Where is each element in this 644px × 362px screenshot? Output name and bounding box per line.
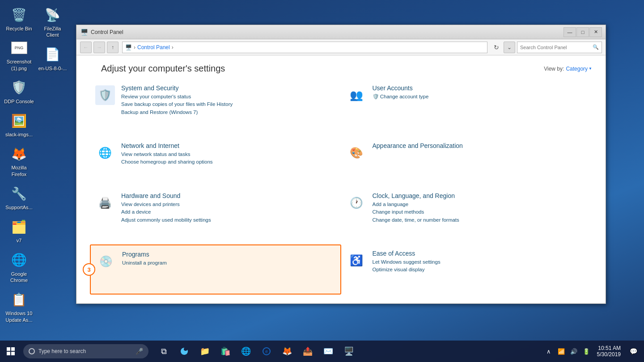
desktop-icon-recycle-bin[interactable]: 🗑️ Recycle Bin <box>2 2 36 35</box>
desktop-icon-support[interactable]: 🔧 SupportAs... <box>2 181 36 214</box>
hardware-link-1[interactable]: View devices and printers <box>121 201 337 208</box>
close-button[interactable]: ✕ <box>589 27 602 37</box>
window-icon: 🖥️ <box>80 28 88 36</box>
desktop-icon-mozilla[interactable]: 🦊 Mozilla Firefox <box>2 141 36 181</box>
network-link-1[interactable]: View network status and tasks <box>121 151 337 158</box>
clock-link-3[interactable]: Change date, time, or number formats <box>373 216 588 224</box>
search-icon: 🔍 <box>593 44 599 50</box>
refresh-button[interactable]: ↻ <box>491 42 502 53</box>
clock-date: 5/30/2019 <box>597 351 621 358</box>
hardware-link-3[interactable]: Adjust commonly used mobility settings <box>121 216 337 224</box>
winscp-button[interactable]: 📤 <box>298 341 318 362</box>
screenshot-label: Screenshot (1).png <box>4 59 34 72</box>
svg-rect-9 <box>7 347 10 351</box>
view-by-value[interactable]: Category <box>566 66 592 72</box>
svg-text:🌐: 🌐 <box>98 146 112 159</box>
search-bar[interactable]: 🔍 <box>517 42 602 53</box>
svg-text:e: e <box>265 349 268 354</box>
minimize-button[interactable]: — <box>564 27 576 37</box>
up-button[interactable]: ↑ <box>107 42 119 53</box>
volume-icon[interactable]: 🔊 <box>568 341 579 362</box>
support-label: SupportAs... <box>5 204 33 210</box>
appearance-name[interactable]: Appearance and Personalization <box>373 142 588 149</box>
ease-text: Ease of Access Let Windows suggest setti… <box>373 250 588 274</box>
desktop-icon-screenshot[interactable]: PNG Screenshot (1).png <box>2 35 36 75</box>
desktop-icon-chrome[interactable]: 🌐 Google Chrome <box>2 248 36 287</box>
ease-name[interactable]: Ease of Access <box>373 250 588 257</box>
desktop-icon-slack[interactable]: 🖼️ slack-imgs... <box>2 108 36 141</box>
file-explorer-button[interactable]: 📁 <box>195 341 215 362</box>
appearance-icon: 🎨 <box>346 142 367 164</box>
category-appearance[interactable]: 🎨 Appearance and Personalization <box>341 137 593 187</box>
window-title: Control Panel <box>91 29 564 35</box>
desktop-icon-en-us[interactable]: 📄 en-US-8-0-... <box>36 42 69 75</box>
network-name[interactable]: Network and Internet <box>121 142 337 149</box>
edge-button[interactable] <box>174 341 194 362</box>
nav-bar: ← → ↑ 🖥️ › Control Panel › ↻ ⌄ 🔍 <box>76 39 606 55</box>
maximize-button[interactable]: □ <box>576 27 589 37</box>
back-button[interactable]: ← <box>80 42 92 53</box>
category-programs[interactable]: 3 💿 Programs Uninstall a program <box>90 244 341 295</box>
system-security-link-3[interactable]: Backup and Restore (Windows 7) <box>121 109 337 116</box>
clock-time: 10:51 AM <box>598 345 621 351</box>
svg-text:🖨️: 🖨️ <box>98 196 112 209</box>
forward-button[interactable]: → <box>93 42 105 53</box>
category-clock[interactable]: 🕐 Clock, Language, and Region Add a lang… <box>341 187 593 244</box>
clock-link-2[interactable]: Change input methods <box>373 208 588 216</box>
dropdown-recent[interactable]: ⌄ <box>504 42 515 53</box>
v7-icon: 🗂️ <box>10 218 28 236</box>
search-input[interactable] <box>520 45 591 50</box>
desktop-icon-v7[interactable]: 🗂️ v7 <box>2 214 36 247</box>
network-icon-tray[interactable]: 📶 <box>556 341 567 362</box>
system-security-link-1[interactable]: Review your computer's status <box>121 93 337 101</box>
ease-link-2[interactable]: Optimize visual display <box>373 266 588 274</box>
category-network[interactable]: 🌐 Network and Internet View network stat… <box>90 137 341 187</box>
ddp-icon: 🛡️ <box>10 79 28 97</box>
hardware-name[interactable]: Hardware and Sound <box>121 192 337 199</box>
system-security-text: System and Security Review your computer… <box>121 84 337 116</box>
programs-link-1[interactable]: Uninstall a program <box>122 259 336 267</box>
chrome-label: Google Chrome <box>4 271 34 284</box>
user-accounts-text: User Accounts 🛡️ Change account type <box>373 84 588 101</box>
category-system-security[interactable]: 🛡️ System and Security Review your compu… <box>90 79 341 137</box>
clock-name[interactable]: Clock, Language, and Region <box>373 192 588 199</box>
cp-content: Adjust your computer's settings View by:… <box>76 55 606 303</box>
programs-icon: 💿 <box>95 251 117 272</box>
taskbar-search-text: Type here to search <box>38 348 86 354</box>
mail-button[interactable]: ✉️ <box>318 341 338 362</box>
desktop-icon-windows-update[interactable]: 📋 Windows 10 Update As... <box>2 287 36 327</box>
svg-rect-10 <box>11 347 15 351</box>
address-bar[interactable]: 🖥️ › Control Panel › <box>122 42 487 53</box>
show-hidden-icons[interactable]: ∧ <box>543 341 554 362</box>
system-clock[interactable]: 10:51 AM 5/30/2019 <box>593 341 624 362</box>
category-user-accounts[interactable]: 👥 User Accounts 🛡️ Change account type <box>341 79 593 137</box>
filezilla-label: FileZilla Client <box>38 25 68 38</box>
ease-link-1[interactable]: Let Windows suggest settings <box>373 258 588 266</box>
hardware-icon: 🖨️ <box>94 192 116 214</box>
task-view-button[interactable]: ⧉ <box>154 341 174 362</box>
taskbar-search-box[interactable]: Type here to search 🎤 <box>23 344 148 358</box>
start-button[interactable] <box>0 341 21 362</box>
battery-icon[interactable]: 🔋 <box>581 341 592 362</box>
chrome-taskbar-button[interactable]: 🌐 <box>236 341 256 362</box>
rdp-button[interactable]: 🖥️ <box>339 341 359 362</box>
system-security-icon: 🛡️ <box>94 84 116 106</box>
taskbar: Type here to search 🎤 ⧉ 📁 🛍️ 🌐 e 🦊 📤 ✉️ … <box>0 341 644 362</box>
system-security-link-2[interactable]: Save backup copies of your files with Fi… <box>121 101 337 108</box>
desktop-icon-ddp[interactable]: 🛡️ DDP Console <box>2 75 36 108</box>
store-button[interactable]: 🛍️ <box>216 341 235 362</box>
breadcrumb-control-panel[interactable]: Control Panel <box>137 44 170 51</box>
programs-name[interactable]: Programs <box>122 251 336 258</box>
category-hardware[interactable]: 🖨️ Hardware and Sound View devices and p… <box>90 187 341 244</box>
desktop-icon-filezilla[interactable]: 📡 FileZilla Client <box>36 2 69 42</box>
clock-link-1[interactable]: Add a language <box>373 201 588 208</box>
network-link-2[interactable]: Choose homegroup and sharing options <box>121 158 337 166</box>
firefox-taskbar-button[interactable]: 🦊 <box>277 341 297 362</box>
user-accounts-name[interactable]: User Accounts <box>373 84 588 92</box>
hardware-link-2[interactable]: Add a device <box>121 208 337 216</box>
ie-taskbar-button[interactable]: e <box>257 341 276 362</box>
system-security-name[interactable]: System and Security <box>121 84 337 92</box>
category-ease[interactable]: ♿ Ease of Access Let Windows suggest set… <box>341 244 593 295</box>
notification-button[interactable]: 💬 <box>626 341 640 362</box>
user-accounts-link-1[interactable]: 🛡️ Change account type <box>373 93 588 101</box>
